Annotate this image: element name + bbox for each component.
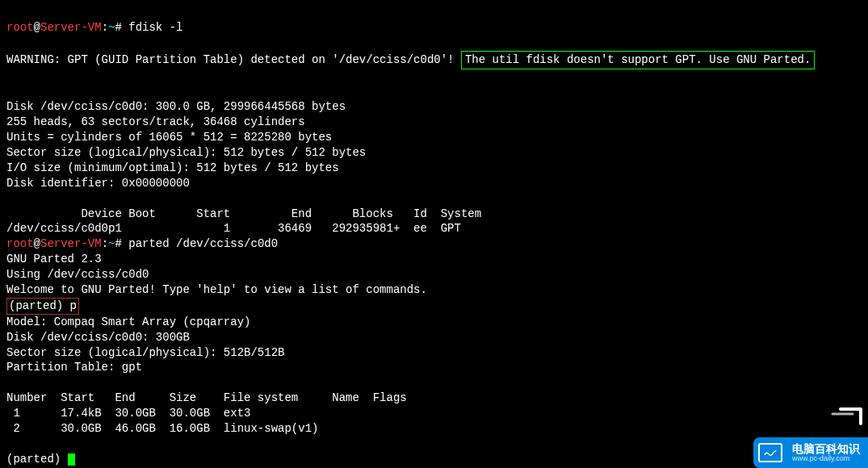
disk-geometry-line: 255 heads, 63 sectors/track, 36468 cylin… [6, 115, 305, 128]
parted-table-row: 1 17.4kB 30.0GB 30.0GB ext3 [6, 407, 250, 420]
gpt-warning-highlight: The util fdisk doesn't support GPT. Use … [461, 51, 815, 69]
warning-line: WARNING: GPT (GUID Partition Table) dete… [6, 53, 815, 66]
parted-table-row: 2 30.0GB 46.0GB 16.0GB linux-swap(v1) [6, 422, 318, 435]
terminal-output[interactable]: root@Server-VM:~# fdisk -l WARNING: GPT … [6, 5, 862, 467]
monitor-icon [758, 443, 782, 462]
corner-decoration-icon [824, 407, 865, 428]
watermark-url: www.pc-daily.com [792, 454, 860, 463]
sector-size-line: Sector size (logical/physical): 512 byte… [6, 146, 366, 159]
io-size-line: I/O size (minimum/optimal): 512 bytes / … [6, 161, 339, 174]
watermark-badge: 电脑百科知识 www.pc-daily.com [753, 437, 868, 468]
partition-table-row: /dev/cciss/c0d0p1 1 36469 292935981+ ee … [6, 222, 461, 235]
parted-welcome: Welcome to GNU Parted! Type 'help' to vi… [6, 283, 427, 296]
command-fdisk: fdisk -l [128, 21, 182, 34]
command-parted: parted /dev/cciss/c0d0 [128, 237, 278, 250]
parted-prompt-active[interactable]: (parted) [6, 453, 75, 466]
disk-identifier-line: Disk identifier: 0x00000000 [6, 177, 190, 190]
parted-table-header: Number Start End Size File system Name F… [6, 391, 407, 404]
cursor-icon [68, 453, 75, 466]
prompt-user: root [6, 21, 34, 34]
parted-using: Using /dev/cciss/c0d0 [6, 268, 149, 281]
parted-ptable: Partition Table: gpt [6, 361, 142, 374]
parted-version: GNU Parted 2.3 [6, 253, 102, 265]
disk-info-line: Disk /dev/cciss/c0d0: 300.0 GB, 29996644… [6, 100, 346, 113]
parted-model: Model: Compaq Smart Array (cpqarray) [6, 315, 250, 328]
prompt-host: Server-VM [40, 21, 102, 34]
prompt-line-1: root@Server-VM:~# fdisk -l [6, 21, 182, 34]
partition-table-header: Device Boot Start End Blocks Id System [6, 207, 481, 220]
watermark-text: 电脑百科知识 www.pc-daily.com [787, 437, 868, 468]
prompt-line-2: root@Server-VM:~# parted /dev/cciss/c0d0 [6, 237, 278, 250]
parted-sector: Sector size (logical/physical): 512B/512… [6, 346, 284, 359]
parted-prompt-p-highlight: (parted) p [6, 298, 79, 315]
watermark-title: 电脑百科知识 [792, 443, 860, 454]
parted-disk: Disk /dev/cciss/c0d0: 300GB [6, 331, 190, 344]
watermark-logo [753, 437, 787, 468]
disk-units-line: Units = cylinders of 16065 * 512 = 82252… [6, 131, 332, 144]
